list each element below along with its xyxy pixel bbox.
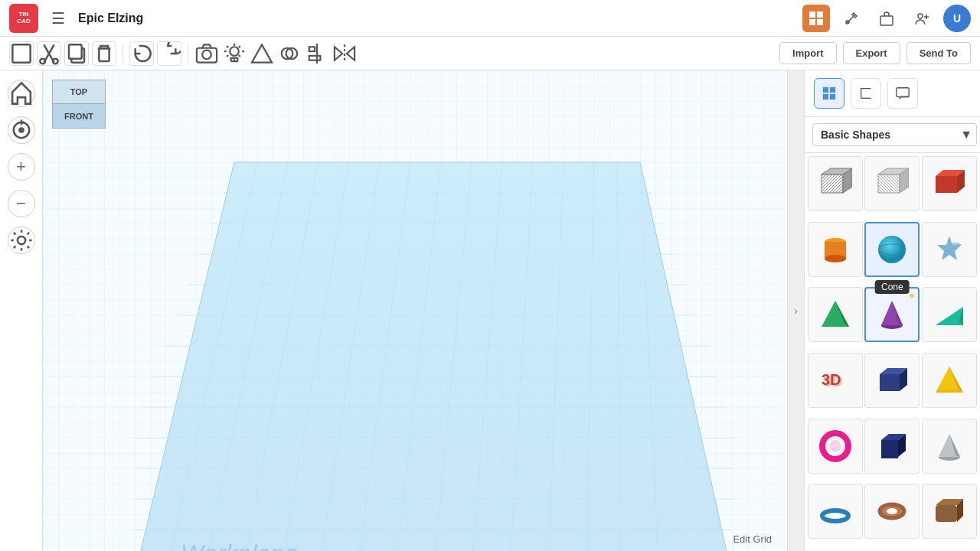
left-sidebar: + −: [0, 70, 43, 551]
shape-rounded-box[interactable]: [922, 484, 977, 539]
shape-striped-1[interactable]: [808, 156, 863, 211]
chat-view-btn[interactable]: [887, 78, 918, 109]
svg-point-25: [19, 128, 23, 132]
shape-sphere[interactable]: Cone: [864, 222, 920, 277]
viewport[interactable]: TOP FRONT: [43, 70, 787, 551]
delete-button[interactable]: [92, 41, 116, 66]
mirror-icon: [332, 41, 357, 66]
view-cube-front[interactable]: FRONT: [52, 104, 106, 129]
svg-rect-1: [817, 11, 823, 18]
shape-icon: [250, 41, 274, 66]
corner-view-btn[interactable]: [851, 78, 881, 109]
undo-button[interactable]: [129, 41, 154, 66]
shape-text-3d[interactable]: 3D 3D: [808, 353, 863, 408]
redo-button[interactable]: [157, 41, 181, 66]
svg-rect-107: [936, 505, 957, 522]
shape-pyramid-yellow[interactable]: [922, 353, 977, 408]
view-cube-top[interactable]: TOP: [52, 80, 106, 104]
shape-wedge[interactable]: [922, 287, 977, 342]
mirror-tool-btn[interactable]: [332, 41, 357, 66]
edit-grid-label[interactable]: Edit Grid: [733, 533, 772, 545]
main-area: + − TOP FRONT: [0, 70, 980, 551]
grid-btn-icon: [822, 86, 837, 101]
zoom-out-button[interactable]: −: [8, 190, 35, 217]
rotate-button[interactable]: [8, 116, 35, 144]
svg-marker-84: [936, 322, 963, 325]
shape-img-striped-1: [817, 165, 854, 202]
shape-box-navy[interactable]: [864, 419, 920, 474]
shape-box-blue[interactable]: [864, 353, 920, 408]
shape-donut-brown[interactable]: [864, 484, 920, 539]
settings-button[interactable]: [8, 227, 35, 254]
camera-tool-btn[interactable]: [194, 41, 219, 66]
svg-rect-56: [823, 87, 828, 93]
cylinder-svg: [818, 233, 852, 266]
copy-button[interactable]: [64, 41, 89, 66]
logo[interactable]: TINCAD: [9, 4, 38, 33]
bag-svg: [878, 10, 895, 27]
svg-rect-60: [897, 88, 909, 97]
svg-point-72: [825, 255, 846, 262]
send-to-button[interactable]: Send To: [906, 42, 971, 64]
shape-red-box[interactable]: [922, 156, 977, 211]
striped-box-2-svg: [875, 167, 909, 201]
shape-img-red-box: [931, 165, 968, 202]
shape-img-box-navy: [874, 428, 910, 465]
svg-point-6: [918, 14, 923, 18]
shape-img-pyramid-yellow: [931, 362, 968, 399]
cut-button[interactable]: [37, 41, 61, 66]
new-button[interactable]: [9, 41, 34, 66]
align-tool-btn[interactable]: [305, 41, 329, 66]
import-button[interactable]: Import: [779, 42, 836, 64]
shape-cone-gray[interactable]: [922, 419, 977, 474]
star-3d-svg: [933, 233, 966, 266]
toggle-panel[interactable]: ›: [787, 70, 804, 551]
zoom-in-button[interactable]: +: [8, 153, 35, 181]
shape-torus-flat[interactable]: [808, 484, 863, 539]
user-avatar[interactable]: U: [943, 5, 971, 32]
shape-img-cone-gray: [931, 428, 968, 465]
view-cube-box: TOP FRONT: [52, 80, 106, 133]
shape-pyramid-green[interactable]: [808, 287, 863, 342]
svg-marker-24: [347, 47, 354, 60]
torus-magenta-svg: [818, 429, 852, 463]
shape-selector[interactable]: Basic Shapes: [812, 123, 977, 146]
star-btn-cone[interactable]: ★: [908, 291, 916, 301]
topbar-right: U: [802, 5, 971, 32]
shape-img-striped-2: [874, 165, 910, 202]
add-user-icon[interactable]: [908, 5, 936, 32]
camera-icon: [194, 41, 219, 66]
shape-img-torus-magenta: [817, 428, 854, 465]
svg-marker-16: [252, 44, 272, 62]
undo-icon: [130, 42, 153, 65]
shape-torus-magenta[interactable]: [808, 419, 863, 474]
shape-striped-2[interactable]: [864, 156, 920, 211]
light-icon: [222, 41, 247, 66]
chat-btn-icon: [895, 86, 910, 101]
shape-selector-row: Basic Shapes ▼: [805, 117, 980, 153]
svg-rect-12: [99, 48, 109, 61]
shape-img-pyramid-green: [817, 296, 854, 333]
boolean-tool-btn[interactable]: [277, 41, 302, 66]
shape-tool-btn[interactable]: [250, 41, 274, 66]
copy-icon: [65, 42, 88, 65]
tools-icon[interactable]: [838, 5, 865, 32]
shape-img-cylinder: [817, 231, 854, 268]
cone-gray-svg: [933, 429, 966, 463]
shape-img-wedge: [931, 296, 968, 333]
svg-rect-57: [830, 87, 835, 93]
shape-cylinder[interactable]: [808, 222, 863, 277]
toolbar-right: Import Export Send To: [779, 42, 971, 64]
svg-marker-23: [335, 47, 342, 60]
grid-view-icon[interactable]: [802, 5, 830, 32]
menu-icon[interactable]: ☰: [44, 5, 72, 32]
shape-star-3d[interactable]: [922, 222, 977, 277]
grid-view-btn[interactable]: [814, 78, 844, 109]
light-tool-btn[interactable]: [222, 41, 247, 66]
view-cube[interactable]: TOP FRONT: [52, 80, 106, 133]
bag-icon[interactable]: [873, 5, 900, 32]
svg-rect-21: [309, 55, 321, 60]
export-button[interactable]: Export: [843, 42, 900, 64]
home-button[interactable]: [8, 80, 35, 107]
shape-cone-purple[interactable]: ★: [864, 287, 920, 342]
